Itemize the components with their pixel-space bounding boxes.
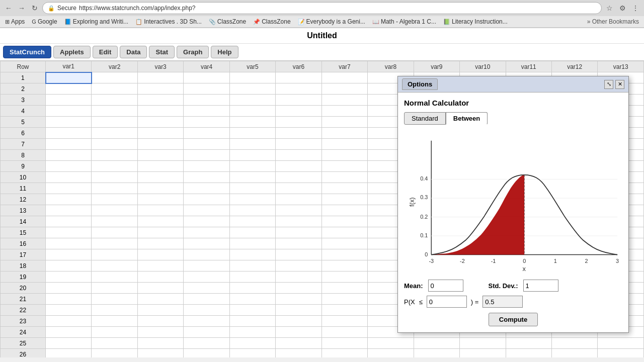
spreadsheet-cell[interactable] [321,327,367,338]
spreadsheet-cell[interactable] [46,117,92,128]
spreadsheet-cell[interactable] [598,338,644,349]
spreadsheet-cell[interactable] [229,128,275,139]
spreadsheet-cell[interactable] [184,216,229,227]
spreadsheet-cell[interactable] [92,106,137,117]
statcrunch-button[interactable]: StatCrunch [3,46,51,58]
spreadsheet-cell[interactable] [276,216,321,227]
col-header-var9[interactable]: var9 [414,61,459,72]
col-header-var13[interactable]: var13 [598,61,644,72]
spreadsheet-cell[interactable] [137,183,183,194]
spreadsheet-cell[interactable] [598,349,644,358]
spreadsheet-cell[interactable] [137,283,183,294]
spreadsheet-cell[interactable] [276,327,321,338]
spreadsheet-cell[interactable] [184,128,229,139]
spreadsheet-cell[interactable] [184,172,229,183]
spreadsheet-cell[interactable] [276,72,321,83]
spreadsheet-cell[interactable] [368,349,414,358]
col-header-var4[interactable]: var4 [184,61,229,72]
spreadsheet-cell[interactable] [229,205,275,216]
spreadsheet-cell[interactable] [229,249,275,260]
spreadsheet-cell[interactable] [92,305,137,316]
spreadsheet-cell[interactable] [321,305,367,316]
spreadsheet-cell[interactable] [92,216,137,227]
spreadsheet-cell[interactable] [46,272,92,283]
spreadsheet-cell[interactable] [92,72,137,83]
spreadsheet-cell[interactable] [460,349,506,358]
spreadsheet-cell[interactable] [184,260,229,272]
spreadsheet-cell[interactable] [321,150,367,161]
spreadsheet-cell[interactable] [137,238,183,249]
spreadsheet-cell[interactable] [321,283,367,294]
spreadsheet-cell[interactable] [321,272,367,283]
spreadsheet-cell[interactable] [321,349,367,358]
spreadsheet-cell[interactable] [184,316,229,327]
spreadsheet-cell[interactable] [46,238,92,249]
spreadsheet-cell[interactable] [92,249,137,260]
spreadsheet-cell[interactable] [551,338,597,349]
spreadsheet-cell[interactable] [321,106,367,117]
spreadsheet-cell[interactable] [92,338,137,349]
spreadsheet-cell[interactable] [229,83,275,95]
spreadsheet-cell[interactable] [229,172,275,183]
spreadsheet-cell[interactable] [46,183,92,194]
spreadsheet-cell[interactable] [321,238,367,249]
back-button[interactable]: ← [3,3,14,14]
col-header-var7[interactable]: var7 [321,61,367,72]
spreadsheet-cell[interactable] [46,139,92,150]
spreadsheet-cell[interactable] [506,349,551,358]
spreadsheet-cell[interactable] [229,139,275,150]
spreadsheet-cell[interactable] [184,161,229,172]
spreadsheet-cell[interactable] [184,117,229,128]
spreadsheet-cell[interactable] [414,349,459,358]
spreadsheet-cell[interactable] [184,83,229,95]
prob-value-input[interactable] [427,296,467,308]
spreadsheet-cell[interactable] [184,238,229,249]
bookmark-classzone2[interactable]: 📌 ClassZone [251,18,292,26]
spreadsheet-cell[interactable] [137,249,183,260]
spreadsheet-cell[interactable] [276,238,321,249]
spreadsheet-cell[interactable] [321,183,367,194]
col-header-var11[interactable]: var11 [506,61,551,72]
spreadsheet-cell[interactable] [229,338,275,349]
spreadsheet-cell[interactable] [184,194,229,205]
spreadsheet-cell[interactable] [321,194,367,205]
bookmark-math[interactable]: 📖 Math - Algebra 1 C... [370,18,438,26]
spreadsheet-cell[interactable] [46,338,92,349]
spreadsheet-cell[interactable] [46,83,92,95]
spreadsheet-cell[interactable] [92,283,137,294]
spreadsheet-cell[interactable] [276,272,321,283]
spreadsheet-cell[interactable] [276,194,321,205]
spreadsheet-cell[interactable] [137,205,183,216]
spreadsheet-cell[interactable] [321,72,367,83]
spreadsheet-cell[interactable] [229,316,275,327]
bookmark-literacy[interactable]: 📗 Literacy Instruction... [441,18,510,26]
spreadsheet-cell[interactable] [46,283,92,294]
spreadsheet-cell[interactable] [184,227,229,238]
spreadsheet-cell[interactable] [46,150,92,161]
forward-button[interactable]: → [16,3,27,14]
help-button[interactable]: Help [211,46,238,58]
spreadsheet-cell[interactable] [276,338,321,349]
spreadsheet-cell[interactable] [137,150,183,161]
spreadsheet-cell[interactable] [276,183,321,194]
spreadsheet-cell[interactable] [321,161,367,172]
spreadsheet-cell[interactable] [46,106,92,117]
spreadsheet-cell[interactable] [92,294,137,305]
spreadsheet-cell[interactable] [276,128,321,139]
graph-button[interactable]: Graph [177,46,209,58]
spreadsheet-cell[interactable] [229,283,275,294]
spreadsheet-cell[interactable] [137,294,183,305]
spreadsheet-cell[interactable] [184,106,229,117]
spreadsheet-cell[interactable] [321,316,367,327]
spreadsheet-cell[interactable] [276,294,321,305]
spreadsheet-cell[interactable] [46,294,92,305]
spreadsheet-cell[interactable] [137,316,183,327]
applets-button[interactable]: Applets [53,46,91,58]
spreadsheet-cell[interactable] [137,194,183,205]
spreadsheet-cell[interactable] [229,305,275,316]
spreadsheet-cell[interactable] [137,349,183,358]
spreadsheet-cell[interactable] [46,305,92,316]
spreadsheet-cell[interactable] [321,205,367,216]
spreadsheet-cell[interactable] [184,338,229,349]
spreadsheet-cell[interactable] [92,260,137,272]
